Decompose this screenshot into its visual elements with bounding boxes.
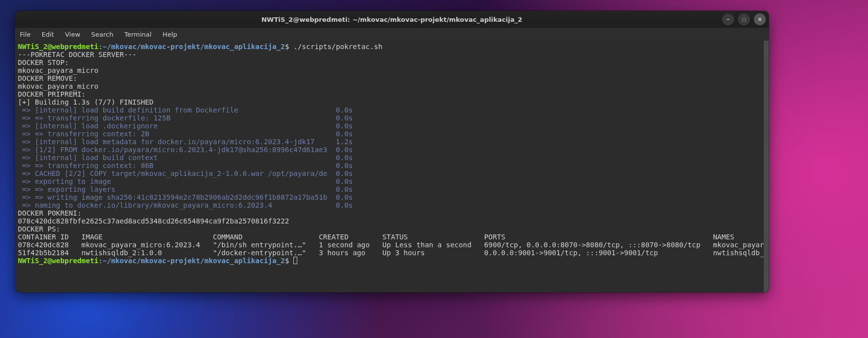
- terminal-window: NWTiS_2@webpredmeti: ~/mkovac/mkovac-pro…: [15, 11, 769, 292]
- terminal-area: NWTiS_2@webpredmeti:~/mkovac/mkovac-proj…: [15, 41, 769, 292]
- menubar: File Edit View Search Terminal Help: [15, 28, 769, 41]
- window-controls: [722, 13, 766, 25]
- menu-terminal[interactable]: Terminal: [124, 31, 151, 38]
- scrollbar-thumb[interactable]: [764, 41, 769, 292]
- menu-view[interactable]: View: [65, 31, 80, 38]
- minimize-button[interactable]: [722, 13, 734, 25]
- titlebar[interactable]: NWTiS_2@webpredmeti: ~/mkovac/mkovac-pro…: [15, 11, 769, 28]
- terminal-output[interactable]: NWTiS_2@webpredmeti:~/mkovac/mkovac-proj…: [15, 41, 764, 292]
- menu-edit[interactable]: Edit: [42, 31, 54, 38]
- maximize-button[interactable]: [738, 13, 750, 25]
- close-button[interactable]: [754, 13, 766, 25]
- cursor: [293, 257, 297, 264]
- desktop-background: NWTiS_2@webpredmeti: ~/mkovac/mkovac-pro…: [0, 0, 868, 338]
- menu-file[interactable]: File: [20, 31, 31, 38]
- menu-help[interactable]: Help: [162, 31, 177, 38]
- scrollbar[interactable]: [764, 41, 769, 292]
- window-title: NWTiS_2@webpredmeti: ~/mkovac/mkovac-pro…: [262, 16, 523, 23]
- menu-search[interactable]: Search: [91, 31, 114, 38]
